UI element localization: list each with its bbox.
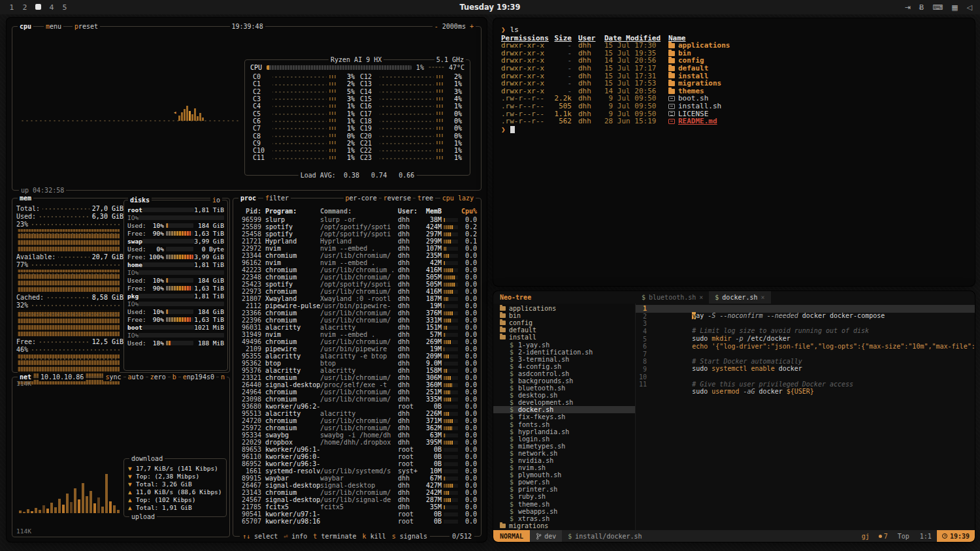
process-row[interactable]: 22348 chromium /usr/lib/chromium/ dhh 50… [236,274,478,281]
net-toggle[interactable]: auto [126,373,146,381]
proc-footer-button[interactable]: ⏎ info [284,532,307,541]
proc-footer-button[interactable]: t terminate [313,532,356,541]
process-row[interactable]: 93680 kworker/u96:2-gf root 0B 0.0 [236,403,478,410]
close-icon[interactable]: × [699,294,703,301]
tree-item[interactable]: $ network.sh [498,450,635,457]
process-row[interactable]: 42223 chromium /usr/lib/chromium . dhh 4… [236,266,478,274]
process-row[interactable]: 22396 chromium /usr/lib/chromium/ dhh 33… [236,317,478,324]
process-row[interactable]: 25972 chromium /usr/lib/chromium/ dhh 36… [236,424,478,432]
process-row[interactable]: 26467 signal-desktop signal-desktop dhh … [236,482,478,489]
tree-item[interactable]: config [498,319,635,326]
process-row[interactable]: 96599 slurp slurp -or dhh 38M 0.0 [236,216,478,223]
process-row[interactable]: 96110 kworker/u96:0-dm root 0B 0.0 [236,453,478,460]
process-row[interactable]: 31949 nvim nvim --embed . dhh 57M 0.0 [236,331,478,338]
process-header[interactable]: Pid: Program: Command: User: MemB Cpu% [236,208,478,216]
tree-item[interactable]: $ mimetypes.sh [498,443,635,450]
proc-footer-button[interactable]: k kill [363,532,386,541]
close-icon[interactable]: × [761,294,765,301]
volume-icon[interactable]: ◁ [967,3,972,12]
tree-item[interactable]: $ ruby.sh [498,493,635,500]
process-row[interactable]: 89653 kworker/u96:1-sd root 0B 0.0 [236,446,478,453]
process-row[interactable]: 95376 alacritty alacritty dhh 158M 0.0 [236,367,478,374]
shell-prompt[interactable]: ❯ [501,126,967,134]
process-row[interactable]: 1661 systemd-resolve /usr/lib/systemd/s … [236,467,478,475]
tree-item[interactable]: $ nvim.sh [498,464,635,471]
editor-tab[interactable]: $ docker.sh × [709,291,770,304]
filter-button[interactable]: filter [263,194,291,202]
code-line[interactable]: 11 sudo usermod -aG docker ${USER} [636,381,975,388]
proc-toggle[interactable]: tree [416,194,435,202]
stats-icon[interactable]: ▦ [951,3,958,12]
tree-item[interactable]: $ printer.sh [498,486,635,493]
process-row[interactable]: 90541 kworker/u97:1-bt root 0B 0.0 [236,511,478,518]
sort-selector[interactable]: cpu lazy [440,194,476,202]
process-row[interactable]: 96031 alacritty alacritty dhh 151M 0.0 [236,324,478,331]
tree-item[interactable]: $ fonts.sh [498,421,635,428]
tree-item[interactable]: $ 1-yay.sh [498,341,635,348]
process-row[interactable]: 26440 signal-desktop /proc/self/exe -t d… [236,381,478,388]
process-row[interactable]: 21807 Xwayland Xwayland :0 -rootl dhh 18… [236,295,478,302]
io-toggle[interactable]: io [210,196,222,204]
tree-item[interactable]: default [498,326,635,334]
tree-item[interactable]: install [498,334,635,341]
bluetooth-icon[interactable]: Ƀ [919,3,924,12]
process-row[interactable]: 95513 alacritty alacritty dhh 226M 0.0 [236,410,478,417]
process-row[interactable]: 24720 chromium /usr/lib/chromium/ dhh 37… [236,417,478,424]
updates-count[interactable]: 7 [874,530,892,542]
tree-item[interactable]: $ asdcontrol.sh [498,370,635,377]
process-row[interactable]: 95355 alacritty alacritty -e btop dhh 20… [236,353,478,360]
process-row[interactable]: 65707 kworker/u98:16-b root 0B 0.0 [236,518,478,525]
tree-item[interactable]: $ fix-fkeys.sh [498,413,635,420]
process-row[interactable]: 22973 chromium /usr/lib/chromium/ dhh 41… [236,288,478,295]
tree-item[interactable]: $ 2-identification.sh [498,349,635,356]
net-toggle[interactable]: n [219,373,227,381]
editor-tab[interactable]: $ bluetooth.sh × [636,291,709,304]
tree-item[interactable]: $ bluetooth.sh [498,385,635,392]
tree-item[interactable]: $ nvidia.sh [498,457,635,464]
process-row[interactable]: 96162 nvim nvim --embed . dhh 42M 0.0 [236,259,478,266]
tree-item[interactable]: migrations [498,522,635,529]
process-row[interactable]: 89915 waybar waybar dhh 67M 0.0 [236,475,478,482]
tree-item[interactable]: applications [498,305,635,312]
tree-item[interactable]: $ hyprlandia.sh [498,428,635,435]
proc-footer-button[interactable]: ↑↓ select [242,532,278,541]
proc-footer-button[interactable]: s signals [392,532,427,541]
keyboard-icon[interactable]: ⌨ [932,3,943,12]
process-row[interactable]: 2112 pipewire-pulse /usr/bin/pipewire- d… [236,302,478,309]
process-row[interactable]: 25423 spotify /opt/spotify/spoti dhh 505… [236,281,478,288]
process-row[interactable]: 2109 pipewire /usr/bin/pipewire dhh 19M … [236,345,478,353]
tree-item[interactable]: $ power.sh [498,479,635,486]
process-row[interactable]: 21785 fcitx5 fcitx5 dhh 35M 0.0 [236,503,478,511]
process-row[interactable]: 23143 chromium /usr/lib/chromium/ dhh 24… [236,489,478,496]
process-row[interactable]: 95362 btop btop dhh 9.0M 0.0 [236,360,478,367]
process-row[interactable]: 22972 nvim nvim --embed . dhh 107M 0.0 [236,245,478,252]
screencast-icon[interactable]: ⇥ [904,3,910,12]
process-row[interactable]: 23098 chromium /usr/lib/chromium/ dhh 33… [236,396,478,403]
tree-item[interactable]: $ 4-config.sh [498,363,635,370]
net-toggle[interactable]: sync [103,373,123,381]
process-row[interactable]: 21721 Hyprland Hyprland dhh 299M 0.1 [236,238,478,245]
net-toggle[interactable]: b [171,373,178,381]
net-toggle[interactable]: zero [148,373,168,381]
proc-toggle[interactable]: per-core [344,194,379,202]
tree-item[interactable]: $ development.sh [498,399,635,406]
process-row[interactable]: 49496 chromium /usr/lib/chromium/ dhh 26… [236,338,478,345]
tree-item[interactable]: $ backgrounds.sh [498,377,635,385]
menu-button[interactable]: menu [44,22,63,31]
tree-item[interactable]: $ 3-terminal.sh [498,356,635,363]
terminal-window[interactable]: ❯ ls Permissions Size User Date Modified… [493,18,975,286]
process-row[interactable]: 95334 swaybg swaybg -i /home/dh dhh 63M … [236,432,478,439]
tree-item[interactable]: $ docker.sh [493,406,635,413]
process-row[interactable]: 24964 chromium /usr/lib/chromium/ dhh 25… [236,388,478,396]
tree-item[interactable]: $ plymouth.sh [498,471,635,479]
tree-item[interactable]: $ webapps.sh [498,508,635,515]
net-toggle[interactable]: enp194s0 [181,373,216,381]
preset-button[interactable]: preset [73,22,100,31]
proc-toggle[interactable]: reverse [382,194,413,202]
process-row[interactable]: 23321 chromium /usr/lib/chromium/ dhh 30… [236,374,478,381]
process-row[interactable]: 24567 signal-desktop /usr/lib/signal-de … [236,496,478,503]
process-row[interactable]: 86952 kworker/u96:3-sd root 0B 0.0 [236,460,478,467]
git-branch[interactable]: dev [530,530,562,542]
process-row[interactable]: 25589 spotify /opt/spotify/spoti dhh 424… [236,223,478,230]
process-row[interactable]: 23344 chromium /usr/lib/chromium/ dhh 23… [236,252,478,259]
